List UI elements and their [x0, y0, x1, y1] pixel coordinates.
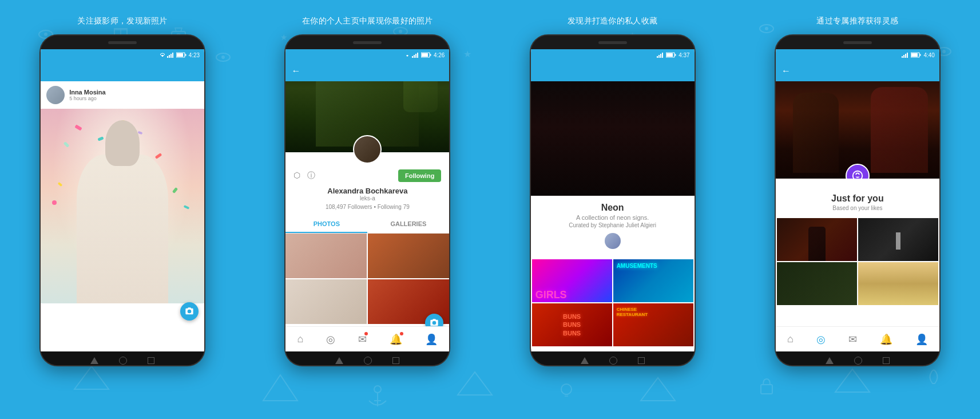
profile-grid-item-2[interactable]	[368, 234, 449, 278]
recents-nav-1[interactable]	[148, 357, 154, 364]
phone-4-android-nav	[776, 351, 939, 366]
nav-explore-2[interactable]: ◎	[326, 333, 335, 346]
feed-photo-1[interactable]	[41, 109, 204, 303]
svg-rect-64	[920, 54, 921, 56]
neon-grid-item-2[interactable]: AMUSEMENTS	[613, 259, 693, 302]
svg-rect-40	[170, 54, 172, 58]
phone-4-speaker	[843, 41, 872, 44]
phone-1-top-bar	[41, 35, 204, 49]
back-nav-4[interactable]	[826, 357, 834, 364]
recents-nav-4[interactable]	[883, 357, 890, 364]
rec-grid-item-1[interactable]	[777, 218, 857, 261]
section-2-title: 在你的个人主页中展现你最好的照片	[302, 16, 433, 26]
following-count-2: Following 79	[378, 204, 410, 210]
user-name-1: Inna Mosina	[69, 89, 106, 96]
feed-user-row: Inna Mosina 5 hours ago	[41, 81, 204, 109]
nav-home-2[interactable]: ⌂	[297, 333, 303, 345]
rec-grid-item-2[interactable]	[858, 218, 938, 261]
tab-galleries[interactable]: GALLERIES	[367, 216, 449, 233]
recents-nav-2[interactable]	[392, 357, 399, 364]
section-4-title: 通过专属推荐获得灵感	[816, 16, 898, 26]
neon-grid-item-3[interactable]: BUNSBUNSBUNS	[532, 303, 612, 346]
phone-3: 4:37 DIVE Neon A collection of neon sign…	[530, 34, 696, 366]
phone-4-time: 4:40	[923, 52, 934, 58]
camera-icon-1	[185, 307, 194, 316]
phone-3-top-bar	[531, 35, 695, 49]
profile-tabs: PHOTOS GALLERIES	[285, 216, 449, 234]
neon-grid-item-4[interactable]: CHINESERESTAURANT	[613, 303, 693, 346]
phone-4-top-bar	[776, 35, 939, 49]
phone-3-status-bar: 4:37	[531, 49, 695, 61]
phone-4-header: ←	[776, 61, 939, 81]
gallery-cover: DIVE	[531, 81, 695, 196]
following-button[interactable]: Following	[398, 169, 441, 182]
nav-messages-2[interactable]: ✉	[358, 333, 367, 346]
nav-messages-4[interactable]: ✉	[848, 333, 857, 346]
back-nav-2[interactable]	[335, 357, 343, 364]
rec-cover	[776, 81, 939, 179]
phone-2-screen: 4:26 ←	[285, 49, 449, 351]
svg-rect-38	[167, 56, 168, 58]
status-icons-1	[159, 52, 187, 58]
profile-info: Alexandra Bochkareva leks-a 108,497 Foll…	[285, 187, 449, 210]
phone-4-bottom-nav: ⌂ ◎ ✉ 🔔 👤	[776, 326, 939, 351]
profile-handle: leks-a	[291, 195, 443, 201]
nav-explore-4[interactable]: ◎	[816, 333, 826, 346]
svg-rect-39	[169, 55, 170, 58]
home-nav-1[interactable]	[119, 357, 127, 365]
profile-grid-item-3[interactable]	[285, 279, 367, 324]
back-arrow-icon-2[interactable]: ←	[291, 66, 300, 76]
home-nav-2[interactable]	[364, 357, 372, 365]
profile-name: Alexandra Bochkareva	[291, 187, 443, 195]
info-icon[interactable]: ⓘ	[307, 171, 315, 181]
nav-profile-2[interactable]: 👤	[425, 333, 438, 346]
phone-1-appbar	[41, 61, 204, 81]
tab-photos[interactable]: PHOTOS	[285, 216, 367, 233]
rec-grid-item-3[interactable]	[777, 262, 857, 305]
svg-rect-57	[675, 54, 676, 56]
battery-icon-3	[666, 52, 676, 58]
share-icon[interactable]: ⬡	[293, 171, 300, 181]
svg-rect-46	[414, 55, 415, 58]
nav-home-4[interactable]: ⌂	[787, 333, 793, 345]
svg-rect-45	[412, 56, 413, 58]
user-avatar-1	[46, 86, 65, 104]
svg-rect-44	[177, 53, 183, 57]
nav-notifications-4[interactable]: 🔔	[880, 333, 892, 346]
home-nav-3[interactable]	[609, 357, 617, 365]
profile-avatar-2	[353, 135, 382, 164]
svg-rect-51	[422, 53, 428, 57]
rec-grid-item-4[interactable]	[858, 262, 938, 305]
profile-header-image: ←	[285, 61, 449, 152]
back-nav-1[interactable]	[90, 357, 98, 364]
recents-nav-3[interactable]	[638, 357, 645, 364]
user-time-1: 5 hours ago	[69, 96, 106, 101]
profile-stats: 108,497 Followers • Following 79	[291, 204, 443, 210]
profile-action-icons: ⬡ ⓘ	[293, 171, 315, 181]
svg-rect-54	[660, 54, 661, 58]
phone-1-feed[interactable]: Inna Mosina 5 hours ago	[41, 81, 204, 351]
profile-back-button[interactable]: ←	[285, 61, 449, 81]
svg-rect-61	[905, 54, 906, 58]
phone-2-bottom-nav: ⌂ ◎ ✉ 🔔 👤	[285, 326, 449, 351]
svg-rect-53	[658, 55, 660, 58]
section-4: 通过专属推荐获得灵感	[735, 0, 980, 419]
battery-icon	[176, 52, 187, 58]
nav-notifications-2[interactable]: 🔔	[390, 333, 402, 346]
phone-4: 4:40 ←	[775, 34, 941, 366]
page-container: ★ ★ ★ ★ ★ 关注摄影师	[0, 0, 980, 419]
rec-title: Just for you	[784, 193, 931, 204]
status-icons-4	[902, 52, 921, 58]
profile-grid-item-1[interactable]	[285, 234, 367, 278]
phone-1-android-nav	[41, 351, 204, 366]
phone-4-screen: 4:40 ←	[776, 49, 939, 351]
svg-rect-58	[666, 53, 673, 57]
home-nav-4[interactable]	[854, 357, 862, 365]
rec-subtitle: Based on your likes	[784, 205, 931, 211]
camera-fab-1[interactable]	[180, 302, 199, 321]
back-nav-3[interactable]	[581, 357, 589, 364]
back-arrow-icon-4[interactable]: ←	[781, 66, 791, 76]
neon-grid-item-1[interactable]: GIRLS	[532, 259, 612, 302]
phone-3-header	[531, 61, 695, 81]
nav-profile-4[interactable]: 👤	[915, 333, 928, 346]
